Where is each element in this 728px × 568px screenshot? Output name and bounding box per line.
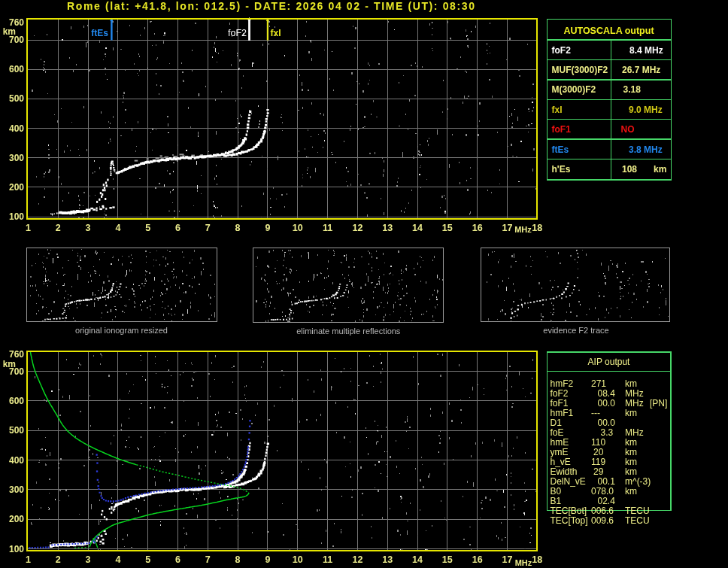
- svg-text:8: 8: [235, 223, 241, 233]
- svg-text:TEC[Top]: TEC[Top]: [551, 515, 588, 526]
- svg-text:4: 4: [115, 223, 120, 233]
- svg-text:6: 6: [175, 554, 180, 565]
- svg-text:12: 12: [352, 554, 362, 565]
- svg-text:100: 100: [9, 211, 24, 222]
- svg-text:km: km: [625, 437, 637, 448]
- svg-text:16: 16: [472, 223, 483, 233]
- svg-text:16: 16: [472, 554, 483, 565]
- svg-text:500: 500: [9, 93, 24, 104]
- svg-text:700: 700: [9, 35, 24, 45]
- svg-text:11: 11: [323, 223, 332, 233]
- svg-text:08.4: 08.4: [598, 388, 616, 399]
- svg-text:eliminate multiple reflections: eliminate multiple reflections: [296, 327, 401, 336]
- svg-text:MHz: MHz: [625, 427, 644, 438]
- svg-text:00.0: 00.0: [598, 398, 616, 409]
- svg-text:3.3: 3.3: [601, 427, 614, 438]
- svg-text:km: km: [625, 447, 637, 457]
- svg-text:200: 200: [9, 182, 24, 193]
- svg-text:B1: B1: [551, 496, 562, 506]
- svg-text:1: 1: [26, 554, 31, 565]
- svg-text:119: 119: [591, 457, 605, 467]
- svg-text:h'Es: h'Es: [552, 164, 571, 175]
- svg-text:300: 300: [9, 484, 24, 495]
- svg-text:---: ---: [591, 408, 600, 418]
- svg-text:fxI: fxI: [271, 28, 281, 38]
- svg-text:hmF1: hmF1: [551, 408, 574, 418]
- svg-text:foF1: foF1: [551, 398, 569, 409]
- svg-text:14: 14: [412, 554, 423, 565]
- svg-text:600: 600: [9, 396, 24, 406]
- svg-text:7: 7: [205, 554, 211, 565]
- svg-text:h_vE: h_vE: [551, 457, 571, 467]
- svg-text:hmF2: hmF2: [551, 378, 574, 389]
- svg-text:078.0: 078.0: [591, 486, 614, 497]
- svg-text:NO: NO: [621, 124, 635, 135]
- svg-text:8.4 MHz: 8.4 MHz: [629, 45, 663, 56]
- svg-text:M(3000)F2: M(3000)F2: [552, 84, 596, 95]
- svg-text:271: 271: [591, 378, 606, 389]
- svg-text:13: 13: [382, 223, 393, 233]
- svg-text:10: 10: [293, 554, 303, 565]
- svg-text:600: 600: [9, 64, 24, 74]
- svg-text:00.0: 00.0: [598, 418, 616, 428]
- svg-text:18: 18: [532, 223, 542, 233]
- svg-text:ftEs: ftEs: [552, 144, 569, 155]
- svg-text:15: 15: [442, 554, 453, 565]
- svg-text:evidence F2 trace: evidence F2 trace: [543, 326, 608, 335]
- svg-text:km: km: [625, 486, 637, 497]
- svg-text:400: 400: [9, 455, 24, 466]
- svg-text:Rome (lat: +41.8, lon: 012.5): Rome (lat: +41.8, lon: 012.5) - DATE: 20…: [67, 0, 476, 12]
- svg-text:00.1: 00.1: [598, 476, 616, 487]
- svg-text:TECU: TECU: [625, 506, 650, 516]
- svg-text:3: 3: [86, 223, 91, 233]
- svg-text:ftEs: ftEs: [91, 28, 108, 38]
- svg-text:km: km: [625, 457, 637, 467]
- svg-text:AUTOSCALA output: AUTOSCALA output: [563, 26, 654, 36]
- svg-text:500: 500: [9, 425, 24, 436]
- svg-text:5: 5: [145, 223, 150, 233]
- svg-text:foE: foE: [551, 427, 564, 438]
- svg-text:200: 200: [9, 514, 24, 524]
- svg-text:TECU: TECU: [625, 515, 650, 526]
- svg-text:26.7 MHz: 26.7 MHz: [622, 65, 660, 75]
- svg-text:ymE: ymE: [551, 447, 569, 457]
- svg-text:700: 700: [9, 366, 24, 377]
- svg-text:1: 1: [26, 223, 31, 233]
- svg-text:4: 4: [115, 554, 120, 565]
- svg-text:foF2: foF2: [552, 45, 572, 56]
- svg-text:MHz: MHz: [514, 225, 532, 234]
- svg-text:km: km: [625, 408, 637, 418]
- svg-text:3.8 MHz: 3.8 MHz: [629, 144, 663, 155]
- svg-text:MHz: MHz: [515, 558, 532, 567]
- svg-text:009.6: 009.6: [591, 515, 614, 526]
- svg-text:TEC[Bot]: TEC[Bot]: [551, 506, 587, 516]
- svg-text:9: 9: [265, 554, 270, 565]
- svg-text:18: 18: [532, 554, 542, 565]
- svg-text:9.0 MHz: 9.0 MHz: [629, 105, 663, 115]
- svg-text:17: 17: [502, 223, 513, 233]
- svg-text:DelN_vE: DelN_vE: [551, 476, 586, 487]
- svg-text:108: 108: [622, 164, 637, 175]
- svg-text:11: 11: [323, 554, 332, 565]
- svg-text:MHz: MHz: [625, 398, 644, 409]
- svg-text:hmE: hmE: [551, 437, 569, 448]
- svg-text:MHz: MHz: [625, 388, 644, 399]
- svg-text:2: 2: [56, 554, 61, 565]
- svg-text:100: 100: [9, 544, 24, 554]
- svg-text:400: 400: [9, 123, 24, 134]
- svg-text:fxI: fxI: [552, 105, 563, 115]
- svg-text:[PN]: [PN]: [650, 398, 667, 409]
- svg-text:3: 3: [86, 554, 91, 565]
- svg-text:foF2: foF2: [228, 28, 247, 38]
- svg-text:14: 14: [412, 223, 423, 233]
- svg-text:km: km: [625, 466, 637, 477]
- svg-text:13: 13: [382, 554, 393, 565]
- svg-text:D1: D1: [551, 418, 563, 428]
- svg-text:2: 2: [56, 223, 61, 233]
- svg-text:foF2: foF2: [551, 388, 569, 399]
- svg-text:12: 12: [352, 223, 362, 233]
- svg-text:AIP output: AIP output: [588, 357, 630, 367]
- svg-text:02.4: 02.4: [598, 496, 616, 506]
- svg-text:8: 8: [235, 554, 241, 565]
- svg-text:29: 29: [593, 466, 604, 477]
